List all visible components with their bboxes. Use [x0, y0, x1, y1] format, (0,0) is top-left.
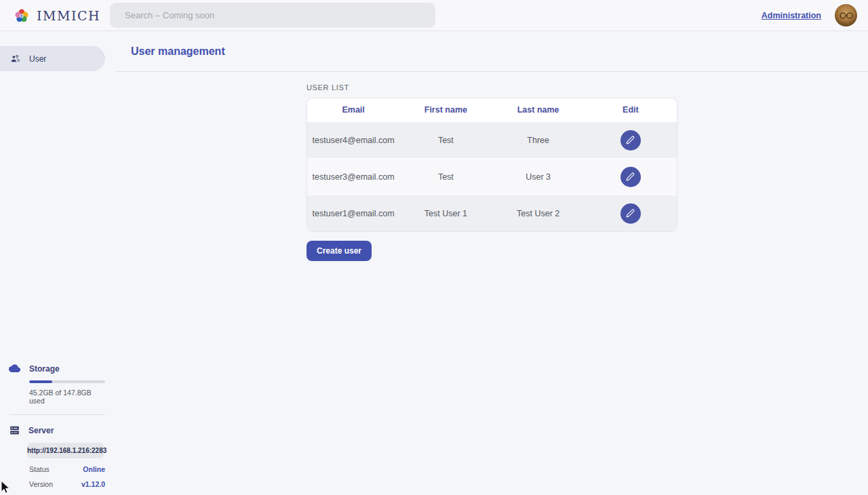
server-version-row: Version v1.12.0	[29, 480, 105, 488]
sidebar-status-panel: Storage 45.2GB of 147.8GB used Server ht…	[0, 363, 105, 488]
immich-flower-icon	[12, 6, 31, 25]
column-header-last-name: Last name	[492, 105, 585, 115]
status-value: Online	[83, 465, 105, 473]
server-icon	[9, 424, 20, 436]
server-title: Server	[28, 426, 54, 435]
column-header-email: Email	[307, 105, 399, 115]
search-input[interactable]	[110, 3, 435, 28]
user-first-name: Test	[399, 172, 492, 182]
app-header: IMMICH Administration	[0, 0, 868, 31]
user-last-name: Test User 2	[492, 209, 585, 218]
create-user-button[interactable]: Create user	[307, 241, 372, 261]
pencil-icon	[626, 209, 635, 218]
page-title-bar: User management	[116, 32, 868, 72]
version-label: Version	[29, 480, 53, 488]
server-section-header: Server	[0, 424, 105, 436]
edit-user-button[interactable]	[620, 167, 641, 187]
user-avatar[interactable]	[835, 4, 857, 26]
page-title: User management	[131, 45, 225, 58]
immich-logo[interactable]: IMMICH	[0, 6, 110, 25]
table-row: testuser3@email.com Test User 3	[307, 158, 677, 195]
administration-link[interactable]: Administration	[762, 11, 821, 20]
admin-sidebar: User Storage 45.2GB of 147.8GB used S	[0, 32, 105, 495]
sidebar-divider	[9, 414, 105, 415]
table-row: testuser1@email.com Test User 1 Test Use…	[307, 195, 677, 231]
pencil-icon	[626, 172, 635, 181]
storage-title: Storage	[29, 364, 60, 374]
storage-progress-fill	[29, 380, 52, 383]
user-first-name: Test	[399, 136, 492, 145]
edit-user-button[interactable]	[620, 203, 641, 224]
server-status-row: Status Online	[29, 465, 105, 473]
user-list-label: USER LIST	[307, 83, 677, 92]
storage-progress-bar	[29, 380, 105, 383]
user-first-name: Test User 1	[399, 209, 492, 218]
table-row: testuser4@email.com Test Three	[307, 121, 677, 158]
glasses-icon	[839, 12, 854, 20]
version-value: v1.12.0	[81, 480, 105, 488]
user-last-name: User 3	[492, 172, 585, 182]
status-label: Status	[29, 465, 50, 473]
user-email: testuser1@email.com	[307, 209, 399, 218]
users-icon	[9, 53, 21, 64]
storage-section-header: Storage	[0, 363, 105, 375]
table-header-row: Email First name Last name Edit	[307, 98, 677, 121]
column-header-edit: Edit	[585, 105, 677, 115]
cloud-icon	[9, 363, 21, 375]
sidebar-item-user-label: User	[29, 54, 46, 64]
user-email: testuser3@email.com	[307, 172, 399, 182]
main-content: User management USER LIST Email First na…	[116, 32, 868, 495]
user-email: testuser4@email.com	[307, 136, 399, 145]
column-header-first-name: First name	[399, 105, 492, 115]
storage-usage-text: 45.2GB of 147.8GB used	[29, 389, 105, 405]
server-url: http://192.168.1.216:2283	[27, 443, 104, 458]
user-last-name: Three	[492, 136, 585, 145]
user-table: Email First name Last name Edit testuser…	[307, 98, 677, 232]
sidebar-item-user[interactable]: User	[0, 46, 105, 71]
logo-text: IMMICH	[37, 8, 100, 23]
pencil-icon	[626, 136, 635, 144]
edit-user-button[interactable]	[620, 130, 641, 151]
